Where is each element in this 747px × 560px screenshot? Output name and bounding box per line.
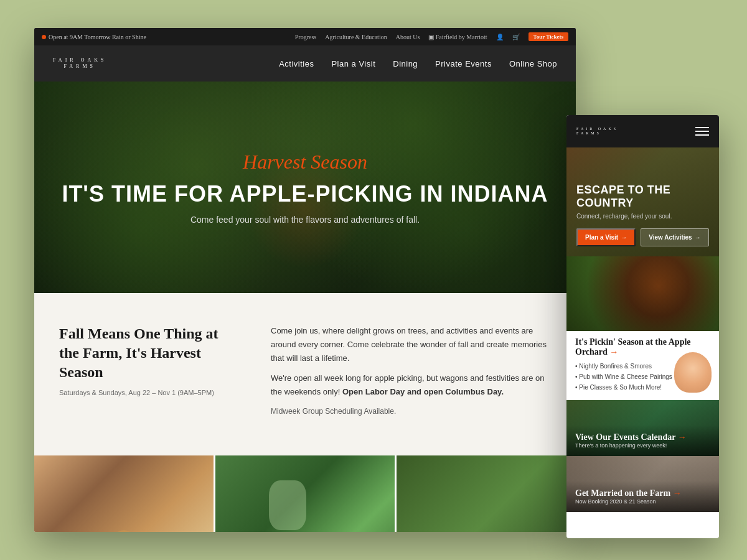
info-left: Fall Means One Thing at the Farm, It's H… bbox=[59, 324, 233, 424]
desktop-logo: FAIR OAKS FARMS bbox=[53, 57, 106, 69]
nav-links: Activities Plan a Visit Dining Private E… bbox=[279, 58, 557, 69]
mobile-hero-subtitle: Connect, recharge, feed your soul. bbox=[576, 213, 709, 220]
hero-title: IT'S TIME FOR APPLE-PICKING IN INDIANA bbox=[62, 181, 548, 207]
info-date-range: Saturdays & Sundays, Aug 22 – Nov 1 (9AM… bbox=[59, 389, 233, 396]
tour-tickets-button[interactable]: Tour Tickets bbox=[529, 32, 568, 41]
hamburger-line-3 bbox=[695, 134, 709, 136]
topbar-agriculture[interactable]: Agriculture & Education bbox=[325, 34, 387, 40]
mobile-plan-visit-label: Plan a Visit bbox=[585, 234, 618, 241]
nav-plan-visit[interactable]: Plan a Visit bbox=[331, 59, 375, 68]
orchard-card-image bbox=[566, 256, 719, 331]
topbar-user-icon[interactable]: 👤 bbox=[496, 34, 504, 40]
info-midweek: Midweek Group Scheduling Available. bbox=[271, 405, 551, 418]
main-nav: FAIR OAKS FARMS Activities Plan a Visit … bbox=[34, 45, 576, 82]
hero-description: Come feed your soul with the flavors and… bbox=[190, 215, 420, 225]
mobile-window: FAIR OAKS FARMS ESCAPE TO THE COUNTRY Co… bbox=[566, 115, 719, 538]
top-bar-left: Open at 9AM Tomorrow Rain or Shine bbox=[42, 34, 285, 40]
mobile-orchard-card[interactable]: It's Pickin' Season at the Apple Orchard… bbox=[566, 256, 719, 400]
mobile-view-activities-button[interactable]: View Activities → bbox=[641, 228, 708, 246]
photo-panel-2 bbox=[214, 455, 397, 532]
wedding-card-subtitle: Now Booking 2020 & 21 Season bbox=[575, 498, 710, 505]
mobile-logo-line1: FAIR OAKS bbox=[576, 127, 695, 131]
top-bar-right: Progress Agriculture & Education About U… bbox=[295, 32, 568, 41]
nav-private-events[interactable]: Private Events bbox=[435, 59, 492, 68]
info-body2-bold: Open Labor Day and open Columbus Day. bbox=[342, 387, 504, 396]
nav-online-shop[interactable]: Online Shop bbox=[509, 59, 557, 68]
info-heading: Fall Means One Thing at the Farm, It's H… bbox=[59, 324, 233, 383]
events-card-title: View Our Events Calendar → bbox=[575, 432, 710, 442]
topbar-cart-icon[interactable]: 🛒 bbox=[512, 34, 520, 40]
hero-subtitle: Harvest Season bbox=[243, 151, 367, 174]
events-card-subtitle: There's a ton happening every week! bbox=[575, 442, 710, 449]
nav-activities[interactable]: Activities bbox=[279, 59, 314, 68]
arrow-right-icon-2: → bbox=[695, 234, 701, 241]
events-card-overlay: View Our Events Calendar → There's a ton… bbox=[566, 425, 719, 456]
open-text: Open at 9AM Tomorrow Rain or Shine bbox=[49, 34, 146, 40]
mobile-hero: ESCAPE TO THE COUNTRY Connect, recharge,… bbox=[566, 147, 719, 256]
logo-line1: FAIR OAKS bbox=[53, 57, 106, 63]
wedding-card-title: Get Married on the Farm → bbox=[575, 488, 710, 498]
wedding-card-overlay: Get Married on the Farm → Now Booking 20… bbox=[566, 481, 719, 512]
mobile-events-card[interactable]: View Our Events Calendar → There's a ton… bbox=[566, 400, 719, 456]
events-title-text: View Our Events Calendar bbox=[575, 432, 675, 442]
photo-panel-1 bbox=[34, 455, 214, 532]
desktop-window: Open at 9AM Tomorrow Rain or Shine Progr… bbox=[34, 28, 576, 532]
info-body1: Come join us, where delight grows on tre… bbox=[271, 324, 551, 365]
hamburger-line-2 bbox=[695, 131, 709, 132]
topbar-about[interactable]: About Us bbox=[396, 34, 420, 40]
mobile-wedding-card[interactable]: Get Married on the Farm → Now Booking 20… bbox=[566, 456, 719, 512]
mobile-nav: FAIR OAKS FARMS bbox=[566, 115, 719, 147]
events-arrow-icon: → bbox=[678, 432, 687, 442]
top-bar: Open at 9AM Tomorrow Rain or Shine Progr… bbox=[34, 28, 576, 45]
open-dot-icon bbox=[42, 35, 46, 39]
info-body2: We're open all week long for apple picki… bbox=[271, 371, 551, 399]
hamburger-line-1 bbox=[695, 127, 709, 128]
baby-image bbox=[674, 352, 712, 393]
mobile-view-activities-label: View Activities bbox=[649, 234, 692, 241]
topbar-marriott[interactable]: ▣ Fairfield by Marriott bbox=[428, 34, 487, 40]
mobile-hero-title: ESCAPE TO THE COUNTRY bbox=[576, 184, 709, 210]
hero-section: Harvest Season IT'S TIME FOR APPLE-PICKI… bbox=[34, 82, 576, 293]
logo-line2: FARMS bbox=[53, 63, 106, 70]
bottom-photos bbox=[34, 455, 576, 532]
info-right: Come join us, where delight grows on tre… bbox=[271, 324, 551, 424]
topbar-progress[interactable]: Progress bbox=[295, 34, 316, 40]
info-section: Fall Means One Thing at the Farm, It's H… bbox=[34, 293, 576, 455]
arrow-right-icon: → bbox=[621, 234, 627, 241]
orchard-title-text: It's Pickin' Season at the Apple Orchard bbox=[575, 337, 691, 357]
mobile-plan-visit-button[interactable]: Plan a Visit → bbox=[576, 228, 636, 246]
hamburger-menu[interactable] bbox=[695, 127, 709, 136]
mobile-logo-line2: FARMS bbox=[576, 131, 695, 136]
wedding-arrow-icon: → bbox=[673, 488, 682, 498]
mobile-hero-buttons: Plan a Visit → View Activities → bbox=[576, 228, 709, 246]
orchard-arrow-icon: → bbox=[609, 347, 618, 357]
nav-dining[interactable]: Dining bbox=[393, 59, 418, 68]
photo-panel-3 bbox=[397, 455, 576, 532]
wedding-title-text: Get Married on the Farm bbox=[575, 488, 670, 498]
mobile-logo: FAIR OAKS FARMS bbox=[576, 127, 695, 136]
